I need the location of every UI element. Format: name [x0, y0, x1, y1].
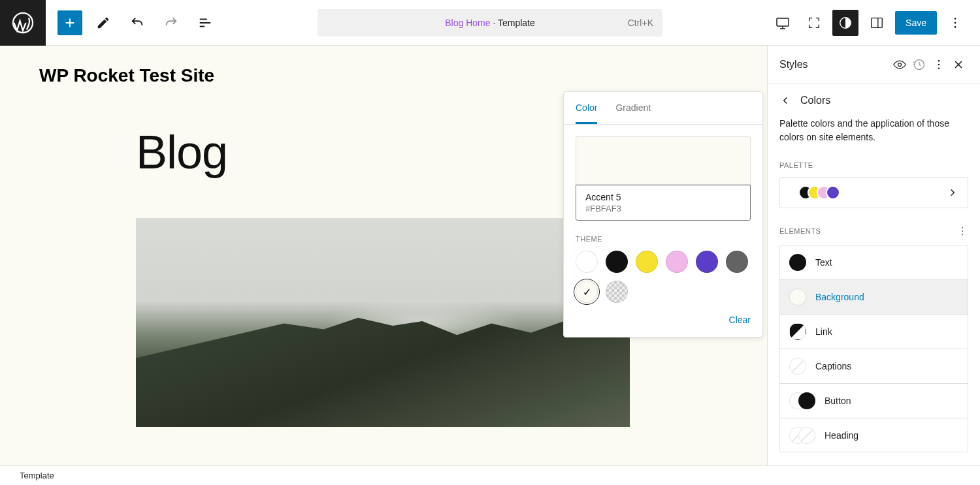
document-outline-icon[interactable] [192, 10, 218, 36]
sidebar-options-icon[interactable] [929, 55, 949, 74]
site-title[interactable]: WP Rocket Test Site [0, 46, 767, 86]
save-button[interactable]: Save [895, 11, 937, 35]
palette-swatches [789, 185, 840, 200]
svg-rect-1 [777, 18, 789, 26]
element-row-button[interactable]: Button [780, 384, 968, 418]
palette-dot [826, 185, 840, 200]
theme-color-row [576, 251, 751, 273]
svg-point-4 [955, 18, 956, 20]
tab-gradient[interactable]: Gradient [615, 92, 651, 124]
redo-button[interactable] [158, 10, 184, 36]
theme-swatch[interactable] [636, 251, 658, 273]
color-popover: Color Gradient Accent 5 #FBFAF3 THEME ✓ … [563, 91, 763, 337]
close-sidebar-icon[interactable] [949, 55, 968, 74]
breadcrumb-label: Colors [800, 95, 830, 106]
featured-image[interactable] [136, 218, 630, 427]
elements-options-icon[interactable] [956, 225, 968, 237]
svg-point-13 [962, 230, 963, 232]
element-label: Heading [825, 430, 858, 441]
footer-breadcrumb[interactable]: Template [0, 465, 980, 485]
color-popover-tabs: Color Gradient [564, 92, 762, 125]
selected-color-hex: #FBFAF3 [585, 204, 741, 213]
style-book-icon[interactable] [890, 55, 909, 74]
theme-color-row-2: ✓ [576, 281, 751, 303]
theme-swatch[interactable] [696, 251, 718, 273]
element-row-link[interactable]: Link [780, 315, 968, 349]
elements-list: TextBackgroundLinkCaptionsButtonHeading [779, 245, 968, 452]
palette-section-label: PALETTE [768, 157, 980, 173]
options-menu-icon[interactable] [942, 10, 968, 36]
element-label: Link [815, 326, 832, 337]
undo-button[interactable] [124, 10, 150, 36]
sidebar-header: Styles [768, 46, 980, 84]
element-label: Button [825, 396, 851, 406]
styles-icon[interactable] [832, 10, 858, 36]
command-bar-link: Blog Home [445, 18, 490, 28]
selected-color-preview[interactable] [576, 136, 751, 185]
element-label: Text [815, 257, 832, 268]
element-label: Background [815, 292, 864, 302]
svg-point-11 [938, 68, 940, 70]
theme-swatch[interactable] [666, 251, 688, 273]
theme-swatch[interactable] [576, 251, 598, 273]
svg-point-9 [938, 60, 940, 62]
theme-swatch[interactable]: ✓ [576, 281, 598, 303]
svg-point-6 [955, 26, 956, 28]
sidebar-breadcrumb[interactable]: Colors [768, 84, 980, 112]
edit-icon[interactable] [90, 10, 116, 36]
element-row-text[interactable]: Text [780, 245, 968, 280]
sidebar-title: Styles [779, 59, 890, 70]
selected-color-info[interactable]: Accent 5 #FBFAF3 [576, 185, 751, 221]
svg-point-10 [938, 64, 940, 66]
command-bar-text: Blog Home · Template [318, 18, 662, 28]
toolbar-left [46, 10, 218, 36]
tab-color[interactable]: Color [576, 92, 597, 124]
theme-swatch[interactable] [726, 251, 748, 273]
svg-point-7 [898, 63, 902, 67]
theme-swatch[interactable] [606, 251, 628, 273]
palette-edit-button[interactable] [779, 177, 968, 208]
toolbar-right: Save [770, 10, 980, 36]
device-preview-icon[interactable] [770, 10, 796, 36]
zoom-out-icon[interactable] [801, 10, 827, 36]
chevron-left-icon [779, 95, 791, 106]
elements-section-label: ELEMENTS [768, 221, 980, 241]
element-row-heading[interactable]: Heading [780, 418, 968, 452]
topbar: Blog Home · Template Ctrl+K Save [0, 0, 980, 46]
styles-sidebar: Styles Colors Palette colors and the app [767, 46, 980, 465]
svg-point-12 [962, 227, 963, 228]
element-label: Captions [815, 361, 851, 371]
clear-color[interactable]: Clear [576, 315, 751, 325]
svg-point-5 [955, 22, 956, 23]
command-bar[interactable]: Blog Home · Template Ctrl+K [318, 9, 662, 37]
sidebar-description: Palette colors and the application of th… [768, 112, 980, 157]
settings-panel-icon[interactable] [864, 10, 890, 36]
transparent-swatch[interactable] [606, 281, 628, 303]
element-row-captions[interactable]: Captions [780, 349, 968, 384]
svg-point-14 [962, 234, 963, 235]
svg-rect-3 [872, 18, 883, 27]
add-block-button[interactable] [57, 10, 82, 35]
command-bar-shortcut: Ctrl+K [628, 18, 653, 28]
chevron-right-icon [947, 187, 958, 198]
wordpress-logo[interactable] [0, 0, 46, 46]
theme-colors-label: THEME [576, 235, 751, 243]
selected-color-name: Accent 5 [585, 192, 741, 202]
element-row-background[interactable]: Background [780, 280, 968, 315]
revisions-icon[interactable] [909, 55, 929, 74]
